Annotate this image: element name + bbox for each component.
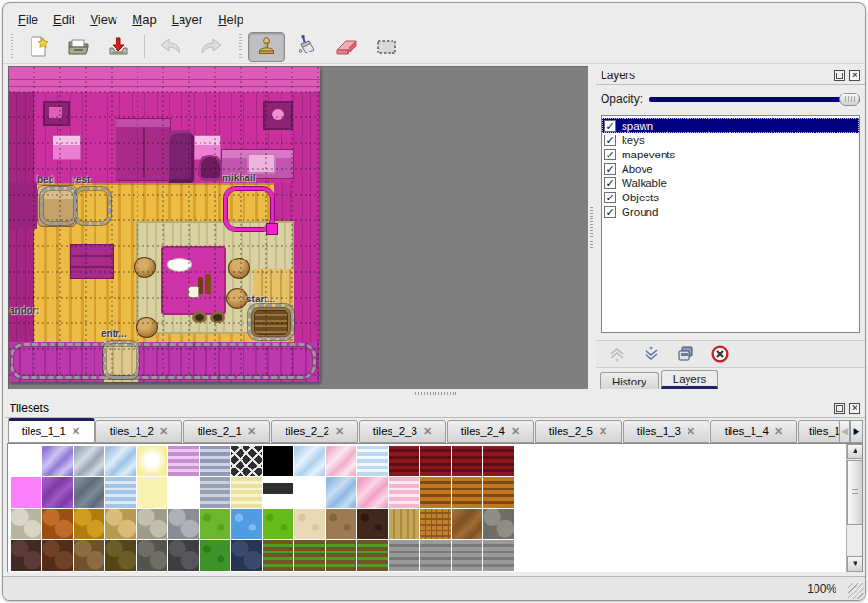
layer-row-mapevents[interactable]: ✓mapevents (602, 147, 859, 161)
tile-1-6[interactable] (200, 477, 230, 508)
tile-3-8[interactable] (263, 540, 293, 571)
layer-visible-checkbox[interactable]: ✓ (604, 149, 616, 160)
horizontal-splitter[interactable] (3, 389, 865, 398)
tile-0-8[interactable] (263, 446, 293, 476)
tile-2-2[interactable] (74, 509, 104, 539)
tile-0-1[interactable] (42, 446, 73, 476)
tile-0-7[interactable] (231, 446, 262, 476)
layer-row-Above[interactable]: ✓Above (602, 161, 859, 176)
close-panel-icon[interactable]: ✕ (849, 70, 860, 81)
close-tab-icon[interactable]: ✕ (423, 426, 432, 438)
tile-1-9[interactable] (294, 477, 325, 508)
scrollbar-thumb[interactable] (847, 460, 863, 525)
tile-2-11[interactable] (357, 509, 388, 539)
toolbar-drag-handle[interactable] (9, 34, 14, 59)
close-tab-icon[interactable]: ✕ (774, 426, 783, 438)
close-tab-icon[interactable]: ✕ (599, 426, 607, 438)
tile-1-0[interactable] (11, 477, 41, 508)
layer-visible-checkbox[interactable]: ✓ (604, 206, 616, 218)
tile-0-6[interactable] (200, 446, 230, 476)
tile-2-9[interactable] (294, 509, 325, 539)
layer-visible-checkbox[interactable]: ✓ (604, 177, 616, 189)
map-canvas[interactable]: bed rest mikhail andor: entr... start... (9, 67, 320, 382)
dock-tab-history[interactable]: History (600, 372, 659, 389)
layer-row-Walkable[interactable]: ✓Walkable (602, 176, 859, 190)
tile-0-9[interactable] (294, 446, 325, 476)
layer-visible-checkbox[interactable]: ✓ (604, 163, 616, 175)
opacity-slider-track[interactable] (649, 97, 860, 102)
new-icon[interactable] (20, 32, 56, 62)
tile-0-13[interactable] (420, 446, 451, 476)
tile-1-14[interactable] (452, 477, 482, 508)
close-tab-icon[interactable]: ✕ (511, 426, 519, 438)
tile-2-1[interactable] (42, 509, 73, 539)
close-tab-icon[interactable]: ✕ (687, 426, 695, 438)
tile-3-0[interactable] (11, 540, 41, 571)
close-tab-icon[interactable]: ✕ (72, 426, 80, 438)
duplicate-layer-icon[interactable] (676, 344, 695, 364)
tile-3-10[interactable] (326, 540, 356, 571)
map-object-andor[interactable] (11, 343, 316, 379)
menu-map[interactable]: Map (124, 10, 163, 30)
map-object-bed[interactable] (40, 187, 76, 225)
bucket-fill-icon[interactable] (288, 32, 325, 62)
opacity-slider-handle[interactable] (839, 93, 860, 106)
vertical-splitter[interactable] (588, 66, 595, 389)
layer-visible-checkbox[interactable]: ✓ (604, 120, 616, 132)
close-tab-icon[interactable]: ✕ (335, 426, 344, 438)
tab-scroll-left-icon[interactable]: ◀ (839, 420, 850, 443)
tile-1-10[interactable] (326, 477, 356, 508)
redo-icon[interactable] (193, 32, 229, 62)
tileset-scrollbar[interactable]: ▲ ▼ (846, 444, 862, 572)
tile-1-12[interactable] (389, 477, 419, 508)
map-object-start[interactable] (248, 304, 294, 340)
tile-3-7[interactable] (231, 540, 262, 571)
tileset-grid[interactable] (11, 446, 545, 572)
rect-select-icon[interactable] (369, 32, 405, 62)
tile-1-13[interactable] (420, 477, 451, 508)
tile-0-0[interactable] (11, 446, 41, 476)
layer-visible-checkbox[interactable]: ✓ (604, 135, 616, 146)
tile-1-2[interactable] (74, 477, 104, 508)
tile-0-15[interactable] (483, 446, 514, 476)
tile-1-15[interactable] (483, 477, 514, 508)
tile-1-11[interactable] (357, 477, 388, 508)
tile-3-9[interactable] (294, 540, 325, 571)
tile-3-11[interactable] (357, 540, 388, 571)
open-icon[interactable] (60, 32, 96, 62)
float-tilesets-icon[interactable] (834, 403, 845, 414)
tile-0-14[interactable] (452, 446, 482, 476)
tileset-tab-tiles_2_1[interactable]: tiles_2_1✕ (183, 420, 270, 443)
tileset-tab-tiles_1_4[interactable]: tiles_1_4✕ (710, 420, 797, 443)
dock-tab-layers[interactable]: Layers (661, 370, 719, 389)
tile-3-4[interactable] (137, 540, 167, 571)
tile-0-4[interactable] (137, 446, 167, 476)
tile-2-0[interactable] (11, 509, 41, 539)
tileset-tab-tiles_2_5[interactable]: tiles_2_5✕ (535, 420, 622, 443)
tile-0-5[interactable] (168, 446, 199, 476)
layer-list[interactable]: ✓spawn✓keys✓mapevents✓Above✓Walkable✓Obj… (601, 115, 860, 333)
tile-2-13[interactable] (420, 509, 451, 539)
tile-0-10[interactable] (326, 446, 356, 476)
tile-1-1[interactable] (42, 477, 73, 508)
menu-help[interactable]: Help (210, 10, 251, 30)
opacity-slider[interactable] (649, 92, 860, 107)
save-icon[interactable] (100, 32, 137, 62)
map-object-rest[interactable] (74, 187, 111, 225)
tileset-view[interactable]: ▲ ▼ (7, 443, 863, 572)
eraser-icon[interactable] (328, 32, 365, 62)
tileset-tab-tiles_2_4[interactable]: tiles_2_4✕ (447, 420, 534, 443)
undo-icon[interactable] (153, 32, 189, 62)
map-view[interactable]: bed rest mikhail andor: entr... start... (8, 66, 588, 389)
tile-2-3[interactable] (105, 509, 136, 539)
tile-1-8[interactable] (263, 477, 293, 508)
tile-2-8[interactable] (263, 509, 293, 539)
tile-0-3[interactable] (105, 446, 136, 476)
layer-row-Ground[interactable]: ✓Ground (602, 204, 859, 218)
tile-0-2[interactable] (74, 446, 104, 476)
tile-3-3[interactable] (105, 540, 136, 571)
lower-layer-icon[interactable] (642, 344, 661, 364)
scroll-up-icon[interactable]: ▲ (847, 444, 863, 459)
tile-2-7[interactable] (231, 509, 262, 539)
tile-2-15[interactable] (483, 509, 514, 539)
